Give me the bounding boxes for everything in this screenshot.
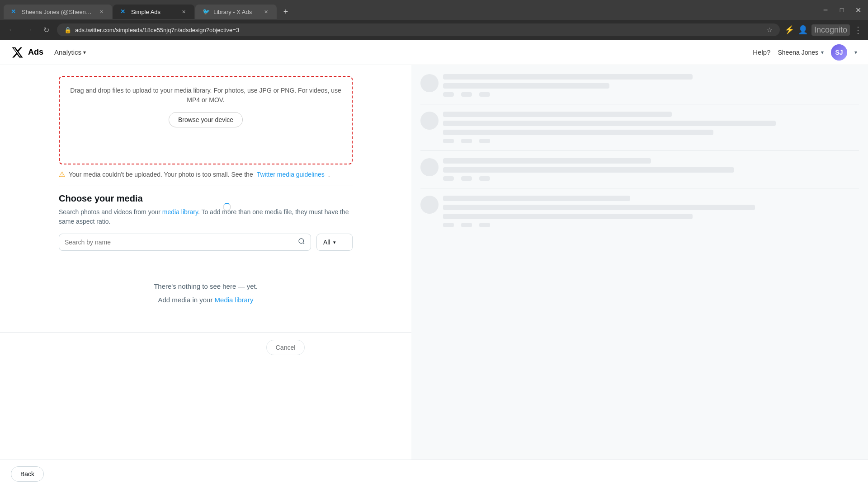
back-button[interactable]: Back [11, 466, 44, 482]
upload-section: Drag and drop files to upload to your me… [59, 76, 353, 164]
new-tab-button[interactable]: + [279, 5, 292, 18]
user-area[interactable]: Sheena Jones ▾ [778, 49, 824, 56]
window-controls: − □ ✕ [819, 4, 864, 20]
section-title: Choose your media [59, 193, 353, 204]
error-text-suffix: . [328, 171, 330, 178]
filter-dropdown[interactable]: All ▾ [316, 234, 353, 251]
tab-2-title: Simple Ads [131, 9, 176, 15]
tab-3-title: Library - X Ads [213, 9, 259, 15]
skeleton-row-1 [420, 74, 859, 97]
x-logo-icon [11, 46, 24, 59]
account-chevron-icon[interactable]: ▾ [854, 49, 857, 56]
warning-icon: ⚠ [59, 170, 65, 178]
profile-icon[interactable]: 👤 [798, 25, 808, 35]
tab-1[interactable]: ✕ Sheena Jones (@SheenaJone45... ✕ [4, 5, 112, 19]
preview-divider-1 [420, 104, 859, 104]
address-text: ads.twitter.com/simpleads/18ce55njq7n/ad… [75, 27, 239, 33]
extensions-icon[interactable]: ⚡ [784, 25, 794, 35]
tab-2-close[interactable]: ✕ [180, 8, 187, 15]
app-header: Ads Analytics ▾ Help? Sheena Jones ▾ SJ … [0, 40, 868, 65]
tab-3[interactable]: 🐦 Library - X Ads ✕ [195, 5, 277, 19]
help-button[interactable]: Help? [753, 48, 770, 56]
tab-bar: ✕ Sheena Jones (@SheenaJone45... ✕ ✕ Sim… [0, 0, 868, 20]
analytics-button[interactable]: Analytics ▾ [54, 48, 86, 56]
twitter-guidelines-link[interactable]: Twitter media guidelines [257, 171, 325, 178]
reload-button[interactable]: ↻ [40, 23, 52, 36]
skeleton-row-4 [420, 196, 859, 227]
main-layout: Drag and drop files to upload to your me… [0, 65, 868, 488]
browse-device-button[interactable]: Browse your device [169, 112, 243, 127]
preview-divider-3 [420, 188, 859, 188]
avatar[interactable]: SJ [831, 44, 847, 61]
tab-2[interactable]: ✕ Simple Ads ✕ [113, 5, 194, 19]
user-chevron-icon: ▾ [821, 49, 824, 56]
address-bar[interactable]: 🔒 ads.twitter.com/simpleads/18ce55njq7n/… [57, 23, 780, 36]
tab-3-favicon: 🐦 [203, 8, 210, 15]
preview-divider-2 [420, 150, 859, 151]
footer-bar: Back [0, 460, 868, 488]
svg-point-0 [299, 239, 304, 244]
address-bar-row: ← → ↻ 🔒 ads.twitter.com/simpleads/18ce55… [0, 20, 868, 40]
empty-state: There's nothing to see here — yet. Add m… [59, 262, 353, 325]
media-library-link[interactable]: media library [162, 208, 198, 216]
empty-state-prefix: Add media in your [158, 296, 215, 304]
browser-chrome: ✕ Sheena Jones (@SheenaJone45... ✕ ✕ Sim… [0, 0, 868, 40]
error-message: ⚠ Your media couldn't be uploaded. Your … [59, 170, 353, 178]
minimize-button[interactable]: − [819, 4, 832, 16]
analytics-chevron-icon: ▾ [83, 49, 86, 56]
maximize-button[interactable]: □ [835, 4, 848, 16]
skeleton-row-2 [420, 112, 859, 143]
empty-state-line1: There's nothing to see here — yet. [59, 280, 353, 293]
tab-1-favicon: ✕ [11, 8, 18, 15]
address-bar-icons: ☆ [767, 26, 773, 33]
section-divider [59, 186, 353, 186]
tab-3-close[interactable]: ✕ [262, 8, 269, 15]
header-right: Help? Sheena Jones ▾ SJ ▾ [753, 44, 857, 61]
close-button[interactable]: ✕ [852, 4, 864, 16]
search-icon [298, 238, 305, 247]
menu-icon[interactable]: ⋮ [854, 24, 863, 35]
ads-label: Ads [28, 47, 43, 57]
search-box [59, 234, 311, 251]
back-nav-button[interactable]: ← [5, 23, 18, 36]
bookmark-icon[interactable]: ☆ [767, 26, 773, 33]
incognito-label: Incognito [811, 24, 850, 36]
search-filter-row: All ▾ [59, 234, 353, 251]
upload-description: Drag and drop files to upload to your me… [69, 86, 343, 105]
content-area: Drag and drop files to upload to your me… [0, 65, 411, 488]
filter-label: All [323, 239, 330, 246]
skeleton-row-3 [420, 158, 859, 181]
action-buttons-row: Cancel Confirm [0, 336, 411, 359]
tab-2-favicon: ✕ [120, 8, 127, 15]
section-description: Search photos and videos from your media… [59, 207, 353, 226]
avatar-initials: SJ [835, 49, 843, 56]
user-name: Sheena Jones [778, 49, 818, 56]
forward-nav-button[interactable]: → [23, 23, 35, 36]
tab-1-close[interactable]: ✕ [98, 8, 105, 15]
media-library-empty-link[interactable]: Media library [215, 296, 254, 304]
browser-right-icons: ⚡ 👤 Incognito ⋮ [784, 24, 863, 36]
logo-area: Ads [11, 46, 43, 59]
cancel-button[interactable]: Cancel [266, 340, 305, 355]
error-text-prefix: Your media couldn't be uploaded. Your ph… [69, 171, 253, 178]
analytics-label: Analytics [54, 48, 81, 56]
choose-media-section: Choose your media Search photos and vide… [0, 193, 411, 325]
search-input[interactable] [65, 239, 294, 246]
empty-state-line2: Add media in your Media library [59, 293, 353, 307]
preview-area [411, 65, 868, 488]
tab-1-title: Sheena Jones (@SheenaJone45... [22, 9, 94, 15]
filter-chevron-icon: ▾ [333, 239, 336, 245]
desc-prefix: Search photos and videos from your [59, 208, 162, 216]
